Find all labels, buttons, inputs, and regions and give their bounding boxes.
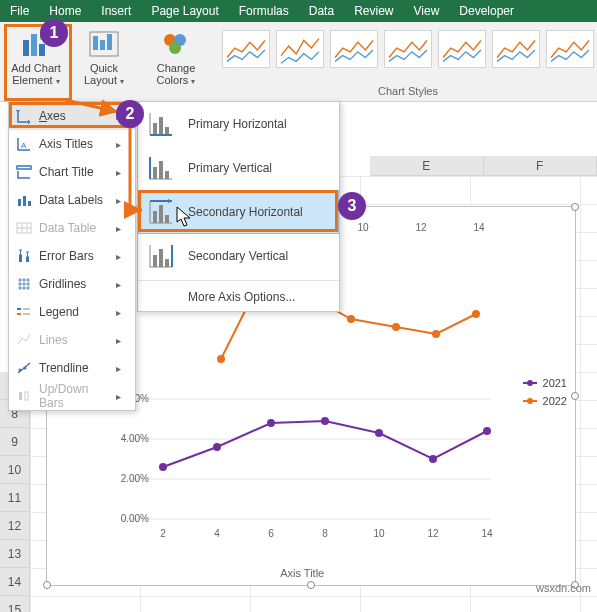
svg-point-66 (159, 463, 167, 471)
tab-data[interactable]: Data (299, 0, 344, 22)
submenu-arrow-icon: ▸ (116, 167, 121, 178)
row-header[interactable]: 12 (0, 512, 30, 540)
chart-style-thumb[interactable] (276, 30, 324, 68)
submenu-arrow-icon: ▸ (116, 195, 121, 206)
svg-text:0.00%: 0.00% (121, 513, 149, 524)
tab-review[interactable]: Review (344, 0, 403, 22)
svg-rect-34 (153, 255, 157, 267)
submenu-primary-horizontal[interactable]: Primary Horizontal (138, 102, 339, 146)
tab-insert[interactable]: Insert (91, 0, 141, 22)
chart-legend[interactable]: 2021 2022 (523, 377, 567, 413)
menu-label: Trendline (39, 361, 116, 375)
chart-style-thumb[interactable] (492, 30, 540, 68)
menu-gridlines[interactable]: Gridlines ▸ (9, 270, 135, 298)
resize-handle[interactable] (307, 581, 315, 589)
menu-trendline[interactable]: Trendline ▸ (9, 354, 135, 382)
submenu-primary-vertical[interactable]: Primary Vertical (138, 146, 339, 190)
menu-data-labels[interactable]: Data Labels ▸ (9, 186, 135, 214)
tab-file[interactable]: File (0, 0, 39, 22)
svg-text:4.00%: 4.00% (121, 433, 149, 444)
menu-axes[interactable]: Axes ▸ (9, 102, 135, 130)
svg-rect-33 (165, 215, 169, 223)
primary-y-axis: 6.00%4.00% 2.00%0.00% (121, 393, 149, 524)
row-header[interactable]: 14 (0, 568, 30, 596)
menu-label: Data Table (39, 221, 116, 235)
svg-rect-12 (17, 166, 31, 169)
dropdown-arrow-icon: ▾ (120, 77, 124, 86)
chart-style-thumb[interactable] (330, 30, 378, 68)
quick-layout-button[interactable]: Quick Layout ▾ (76, 28, 132, 88)
svg-rect-25 (153, 123, 157, 135)
quick-layout-label: Quick Layout (84, 62, 118, 86)
axes-submenu: Primary Horizontal Primary Vertical Seco… (137, 101, 340, 312)
tab-home[interactable]: Home (39, 0, 91, 22)
svg-point-69 (321, 417, 329, 425)
change-colors-icon (160, 28, 192, 60)
submenu-arrow-icon: ▸ (116, 391, 121, 402)
submenu-label: Secondary Horizontal (188, 205, 303, 219)
row-header[interactable]: 10 (0, 456, 30, 484)
svg-rect-2 (39, 44, 45, 56)
secondary-h-icon (144, 195, 178, 229)
resize-handle[interactable] (571, 392, 579, 400)
menu-label: Data Labels (39, 193, 116, 207)
legend-label: 2021 (543, 377, 567, 389)
submenu-label: Primary Vertical (188, 161, 272, 175)
menu-label: Gridlines (39, 277, 116, 291)
add-chart-element-icon (20, 28, 52, 60)
svg-point-72 (483, 427, 491, 435)
row-header[interactable]: 11 (0, 484, 30, 512)
menu-lines: Lines ▸ (9, 326, 135, 354)
chart-style-thumb[interactable] (438, 30, 486, 68)
submenu-secondary-vertical[interactable]: Secondary Vertical (138, 234, 339, 278)
secondary-v-icon (144, 239, 178, 273)
svg-rect-36 (165, 259, 169, 267)
chart-style-thumb[interactable] (222, 30, 270, 68)
tab-formulas[interactable]: Formulas (229, 0, 299, 22)
submenu-arrow-icon: ▸ (116, 335, 121, 346)
svg-rect-19 (17, 308, 21, 310)
row-header[interactable]: 13 (0, 540, 30, 568)
submenu-more-options[interactable]: More Axis Options... (138, 283, 339, 311)
col-header[interactable]: F (484, 156, 598, 176)
menu-label: Error Bars (39, 249, 116, 263)
title-bar: File Home Insert Page Layout Formulas Da… (0, 0, 597, 22)
svg-rect-35 (159, 249, 163, 267)
add-chart-element-button[interactable]: Add Chart Element ▾ (8, 28, 64, 88)
col-header[interactable]: E (370, 156, 484, 176)
legend-icon (15, 303, 33, 321)
svg-text:10: 10 (357, 222, 369, 233)
submenu-secondary-horizontal[interactable]: Secondary Horizontal (138, 190, 339, 234)
svg-point-65 (472, 310, 480, 318)
tab-page-layout[interactable]: Page Layout (141, 0, 228, 22)
tab-developer[interactable]: Developer (449, 0, 524, 22)
legend-label: 2022 (543, 395, 567, 407)
error-bars-icon (15, 247, 33, 265)
row-header[interactable]: 15 (0, 596, 30, 612)
menu-chart-title[interactable]: Chart Title ▸ (9, 158, 135, 186)
submenu-arrow-icon: ▸ (116, 251, 121, 262)
trendline-icon (15, 359, 33, 377)
updown-icon (15, 387, 33, 405)
resize-handle[interactable] (43, 581, 51, 589)
primary-v-icon (144, 151, 178, 185)
x-axis-title[interactable]: Axis Title (280, 567, 324, 579)
series-2021[interactable] (159, 417, 491, 471)
menu-error-bars[interactable]: Error Bars ▸ (9, 242, 135, 270)
svg-point-63 (392, 323, 400, 331)
svg-text:10: 10 (373, 528, 385, 539)
resize-handle[interactable] (571, 203, 579, 211)
chart-style-thumb[interactable] (546, 30, 594, 68)
tab-view[interactable]: View (404, 0, 450, 22)
menu-axis-titles[interactable]: A Axis Titles ▸ (9, 130, 135, 158)
chart-styles-label: Chart Styles (216, 82, 597, 101)
svg-text:A: A (21, 141, 27, 150)
chart-style-thumb[interactable] (384, 30, 432, 68)
menu-legend[interactable]: Legend ▸ (9, 298, 135, 326)
chart-title-icon (15, 163, 33, 181)
svg-text:14: 14 (473, 222, 485, 233)
row-header[interactable]: 9 (0, 428, 30, 456)
change-colors-button[interactable]: Change Colors ▾ (148, 28, 204, 88)
menu-label: Lines (39, 333, 116, 347)
menu-label: Axis Titles (39, 137, 116, 151)
